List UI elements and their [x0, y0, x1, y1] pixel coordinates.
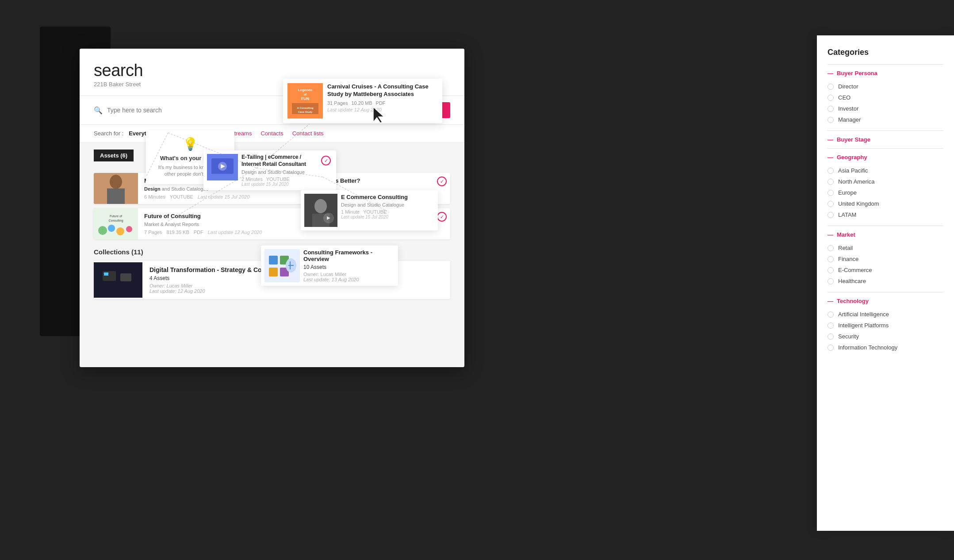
carnival-title: Carnival Cruises - A Consulting Case Stu… [327, 83, 438, 98]
svg-point-6 [98, 226, 107, 235]
cat-item-asia-pacific[interactable]: Asia Pacific [828, 165, 943, 176]
right-collection-title: Consulting Frameworks - Overview [303, 249, 395, 262]
mindcard-icon: 💡 [152, 137, 228, 151]
check-icon-etailing: ✓ [321, 156, 331, 165]
cat-radio-information-technology[interactable] [828, 345, 834, 351]
svg-text:Case Study: Case Study [298, 111, 313, 113]
svg-text:FUN: FUN [301, 96, 310, 101]
ecommerce-subtitle: Design and Studio Catalogue [341, 202, 408, 207]
cat-section-market: Market [828, 231, 943, 238]
svg-point-1 [110, 175, 122, 189]
cat-item-europe[interactable]: Europe [828, 187, 943, 198]
cat-radio-north-america[interactable] [828, 179, 834, 185]
cat-radio-director[interactable] [828, 84, 834, 90]
cat-label-security: Security [838, 333, 859, 340]
cat-item-security[interactable]: Security [828, 331, 943, 342]
cat-item-healthcare[interactable]: Healthcare [828, 276, 943, 287]
asset-thumb-future: Future of Consulting [94, 208, 138, 239]
cat-radio-ecommerce[interactable] [828, 267, 834, 273]
carnival-date: Last update 12 Aug 2020 [327, 107, 438, 112]
cat-item-manager[interactable]: Manager [828, 114, 943, 125]
cat-item-investor[interactable]: Investor [828, 103, 943, 114]
svg-text:of: of [304, 93, 307, 96]
carnival-meta: 31 Pages 10.20 MB PDF [327, 100, 438, 106]
assets-section-header: Assets (6) [94, 150, 134, 161]
cat-item-latam[interactable]: LATAM [828, 209, 943, 220]
ecommerce-meta: 1 Minute YOUTUBE [341, 209, 408, 215]
cat-section-geography: Geography [828, 154, 943, 161]
cat-item-finance[interactable]: Finance [828, 253, 943, 265]
etailing-date: Last update 15 Jul 2020 [241, 182, 316, 187]
svg-rect-13 [120, 273, 131, 281]
svg-rect-31 [269, 256, 278, 265]
cat-label-intelligent-platforms: Intelligent Platforms [838, 322, 889, 329]
cat-radio-retail[interactable] [828, 245, 834, 251]
right-collection-info: Consulting Frameworks - Overview 10 Asse… [303, 249, 395, 282]
collection-meta-digital-date: Last update: 12 Aug 2020 [149, 288, 286, 294]
cat-label-north-america: North America [838, 178, 874, 185]
cat-radio-manager[interactable] [828, 117, 834, 123]
carnival-thumb: Legends of FUN A Consulting Case Study [287, 83, 323, 119]
right-collection-owner: Owner: Lucas Miller [303, 272, 395, 277]
cat-label-healthcare: Healthcare [838, 278, 866, 284]
cat-label-asia-pacific: Asia Pacific [838, 167, 868, 174]
cat-item-ceo[interactable]: CEO [828, 92, 943, 103]
svg-text:Legends: Legends [298, 88, 313, 92]
ecommerce-thumb [304, 194, 337, 227]
svg-text:Future of: Future of [110, 215, 122, 218]
svg-point-8 [116, 227, 124, 235]
cat-label-investor: Investor [838, 105, 858, 112]
ecommerce-title: E Commerce Consulting [341, 194, 408, 200]
main-title: search [94, 61, 450, 80]
ecommerce-date: Last update 15 Jul 2020 [341, 215, 408, 219]
right-collection-thumb [264, 249, 300, 282]
cat-label-finance: Finance [838, 256, 858, 262]
cat-label-director: Director [838, 83, 858, 90]
cat-item-ai[interactable]: Artificial Intelligence [828, 309, 943, 320]
cat-radio-europe[interactable] [828, 190, 834, 196]
categories-title: Categories [828, 48, 943, 57]
cat-label-information-technology: Information Technology [838, 344, 897, 351]
svg-rect-12 [104, 272, 108, 276]
cat-radio-asia-pacific[interactable] [828, 168, 834, 174]
cat-radio-ceo[interactable] [828, 95, 834, 101]
ecommerce-info: E Commerce Consulting Design and Studio … [341, 194, 408, 227]
svg-rect-10 [94, 262, 142, 298]
tab-contacts[interactable]: Contacts [261, 129, 283, 138]
etailing-title: E-Tailing | eCommerce / Internet Retail … [241, 154, 316, 168]
cat-item-director[interactable]: Director [828, 81, 943, 92]
etailing-meta: 2 Minutes YOUTUBE [241, 176, 316, 182]
carnival-card: Legends of FUN A Consulting Case Study C… [283, 79, 442, 123]
cat-radio-healthcare[interactable] [828, 278, 834, 284]
etailing-subtitle: Design and Studio Catalogue [241, 169, 316, 175]
cat-item-north-america[interactable]: North America [828, 176, 943, 187]
cat-radio-investor[interactable] [828, 106, 834, 112]
cat-radio-finance[interactable] [828, 256, 834, 262]
right-collection-date: Last update: 13 Aug 2020 [303, 277, 395, 282]
cat-item-intelligent-platforms[interactable]: Intelligent Platforms [828, 320, 943, 331]
cat-label-ecommerce: E-Commerce [838, 267, 872, 273]
cat-section-technology: Technology [828, 298, 943, 304]
cat-section-buyer-persona: Buyer Persona [828, 70, 943, 77]
cat-radio-security[interactable] [828, 334, 834, 340]
svg-text:A Consulting: A Consulting [297, 107, 313, 109]
cat-radio-ai[interactable] [828, 311, 834, 318]
cat-label-manager: Manager [838, 116, 861, 123]
cat-label-retail: Retail [838, 245, 853, 251]
check-icon-marketing: ✓ [437, 176, 447, 186]
filter-tabs: Search for : Everything Assets Collectio… [80, 125, 464, 142]
carnival-info: Carnival Cruises - A Consulting Case Stu… [327, 83, 438, 112]
svg-rect-33 [269, 268, 278, 276]
cat-radio-intelligent-platforms[interactable] [828, 322, 834, 329]
asset-check-marketing: ✓ [433, 173, 450, 190]
cat-radio-uk[interactable] [828, 201, 834, 207]
cat-item-information-technology[interactable]: Information Technology [828, 342, 943, 353]
etailing-card: E-Tailing | eCommerce / Internet Retail … [203, 150, 336, 190]
cat-item-retail[interactable]: Retail [828, 242, 943, 253]
tab-contact-lists[interactable]: Contact lists [292, 129, 324, 138]
cat-item-ecommerce[interactable]: E-Commerce [828, 265, 943, 276]
cat-label-latam: LATAM [838, 211, 856, 218]
collection-thumb-digital [94, 262, 142, 298]
cat-radio-latam[interactable] [828, 212, 834, 218]
cat-item-uk[interactable]: United Kingdom [828, 198, 943, 209]
